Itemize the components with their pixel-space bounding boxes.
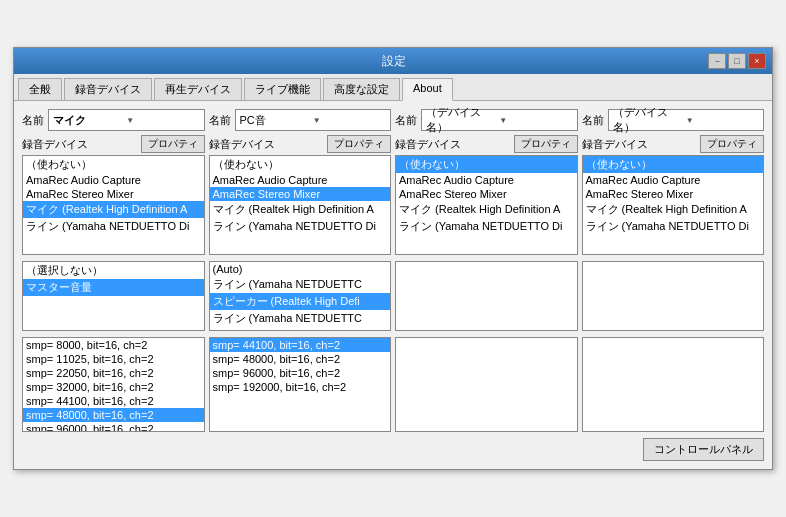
- col3-header: 録音デバイス プロパティ: [395, 135, 578, 153]
- bottom-row: コントロールパネル: [22, 438, 764, 461]
- col1-name-row: 名前 マイク ▼: [22, 109, 205, 131]
- list-item[interactable]: smp= 11025, bit=16, ch=2: [23, 352, 204, 366]
- col4-prop-button[interactable]: プロパティ: [700, 135, 764, 153]
- col3-sample-list[interactable]: [395, 337, 578, 432]
- column-1: 名前 マイク ▼ 録音デバイス プロパティ （使わない） AmaRec Audi…: [22, 109, 205, 432]
- list-item[interactable]: ライン (Yamaha NETDUETTO Di: [396, 218, 577, 235]
- close-button[interactable]: ×: [748, 53, 766, 69]
- list-item[interactable]: AmaRec Stereo Mixer: [396, 187, 577, 201]
- col3-prop-button[interactable]: プロパティ: [514, 135, 578, 153]
- col2-prop-button[interactable]: プロパティ: [327, 135, 391, 153]
- column-4: 名前 （デバイス名） ▼ 録音デバイス プロパティ （使わない） AmaRec …: [582, 109, 765, 432]
- col3-device-list[interactable]: （使わない） AmaRec Audio Capture AmaRec Stere…: [395, 155, 578, 255]
- list-item[interactable]: smp= 22050, bit=16, ch=2: [23, 366, 204, 380]
- col3-name-arrow: ▼: [499, 116, 572, 125]
- list-item[interactable]: smp= 44100, bit=16, ch=2: [210, 338, 391, 352]
- list-item[interactable]: (Auto): [210, 262, 391, 276]
- column-3: 名前 （デバイス名） ▼ 録音デバイス プロパティ （使わない） AmaRec …: [395, 109, 578, 432]
- list-item[interactable]: AmaRec Stereo Mixer: [583, 187, 764, 201]
- list-item[interactable]: （使わない）: [210, 156, 391, 173]
- list-item[interactable]: マイク (Realtek High Definition A: [583, 201, 764, 218]
- main-content: 名前 マイク ▼ 録音デバイス プロパティ （使わない） AmaRec Audi…: [14, 101, 772, 469]
- col3-name-dropdown[interactable]: （デバイス名） ▼: [421, 109, 578, 131]
- list-item[interactable]: （使わない）: [23, 156, 204, 173]
- col2-sample-list[interactable]: smp= 44100, bit=16, ch=2 smp= 48000, bit…: [209, 337, 392, 432]
- list-item[interactable]: スピーカー (Realtek High Defi: [210, 293, 391, 310]
- col3-output-list[interactable]: [395, 261, 578, 331]
- list-item[interactable]: AmaRec Audio Capture: [23, 173, 204, 187]
- col2-name-label: 名前: [209, 113, 231, 128]
- col1-prop-button[interactable]: プロパティ: [141, 135, 205, 153]
- list-item[interactable]: マイク (Realtek High Definition A: [396, 201, 577, 218]
- list-item[interactable]: smp= 8000, bit=16, ch=2: [23, 338, 204, 352]
- col3-name-label: 名前: [395, 113, 417, 128]
- col2-device-list[interactable]: （使わない） AmaRec Audio Capture AmaRec Stere…: [209, 155, 392, 255]
- list-item[interactable]: AmaRec Audio Capture: [210, 173, 391, 187]
- maximize-button[interactable]: □: [728, 53, 746, 69]
- tab-record-device[interactable]: 録音デバイス: [64, 78, 152, 100]
- col4-sample-list[interactable]: [582, 337, 765, 432]
- list-item[interactable]: マイク (Realtek High Definition A: [210, 201, 391, 218]
- col1-name-dropdown[interactable]: マイク ▼: [48, 109, 205, 131]
- col2-name-dropdown[interactable]: PC音 ▼: [235, 109, 392, 131]
- col4-name-arrow: ▼: [686, 116, 759, 125]
- col1-device-list[interactable]: （使わない） AmaRec Audio Capture AmaRec Stere…: [22, 155, 205, 255]
- list-item[interactable]: マイク (Realtek High Definition A: [23, 201, 204, 218]
- list-item[interactable]: （選択しない）: [23, 262, 204, 279]
- list-item[interactable]: ライン (Yamaha NETDUETTO Di: [210, 218, 391, 235]
- list-item[interactable]: （使わない）: [396, 156, 577, 173]
- settings-window: 設定 － □ × 全般 録音デバイス 再生デバイス ライブ機能 高度な設定 Ab…: [13, 47, 773, 470]
- col1-output-list[interactable]: （選択しない） マスター音量: [22, 261, 205, 331]
- titlebar-buttons: － □ ×: [708, 53, 766, 69]
- col2-name-row: 名前 PC音 ▼: [209, 109, 392, 131]
- col4-header: 録音デバイス プロパティ: [582, 135, 765, 153]
- col3-name-row: 名前 （デバイス名） ▼: [395, 109, 578, 131]
- titlebar: 設定 － □ ×: [14, 48, 772, 74]
- col3-name-value: （デバイス名）: [426, 105, 499, 135]
- list-item[interactable]: AmaRec Stereo Mixer: [210, 187, 391, 201]
- col1-sample-list[interactable]: smp= 8000, bit=16, ch=2 smp= 11025, bit=…: [22, 337, 205, 432]
- list-item[interactable]: ライン (Yamaha NETDUETTO Di: [23, 218, 204, 235]
- minimize-button[interactable]: －: [708, 53, 726, 69]
- col1-rec-label: 録音デバイス: [22, 137, 88, 152]
- column-2: 名前 PC音 ▼ 録音デバイス プロパティ （使わない） AmaRec Audi…: [209, 109, 392, 432]
- col3-rec-label: 録音デバイス: [395, 137, 461, 152]
- col2-name-arrow: ▼: [313, 116, 386, 125]
- tab-advanced[interactable]: 高度な設定: [323, 78, 400, 100]
- tab-bar: 全般 録音デバイス 再生デバイス ライブ機能 高度な設定 About: [14, 74, 772, 101]
- list-item[interactable]: マスター音量: [23, 279, 204, 296]
- tab-general[interactable]: 全般: [18, 78, 62, 100]
- list-item[interactable]: smp= 48000, bit=16, ch=2: [210, 352, 391, 366]
- col4-name-row: 名前 （デバイス名） ▼: [582, 109, 765, 131]
- col2-rec-label: 録音デバイス: [209, 137, 275, 152]
- list-item[interactable]: smp= 96000, bit=16, ch=2: [210, 366, 391, 380]
- tab-live[interactable]: ライブ機能: [244, 78, 321, 100]
- col4-name-dropdown[interactable]: （デバイス名） ▼: [608, 109, 765, 131]
- col2-header: 録音デバイス プロパティ: [209, 135, 392, 153]
- list-item[interactable]: ライン (Yamaha NETDUETTC: [210, 276, 391, 293]
- control-panel-button[interactable]: コントロールパネル: [643, 438, 764, 461]
- list-item[interactable]: smp= 192000, bit=16, ch=2: [210, 380, 391, 394]
- col4-name-label: 名前: [582, 113, 604, 128]
- tab-play-device[interactable]: 再生デバイス: [154, 78, 242, 100]
- col2-name-value: PC音: [240, 113, 313, 128]
- list-item[interactable]: smp= 96000, bit=16, ch=2: [23, 422, 204, 432]
- col1-name-value: マイク: [53, 113, 126, 128]
- col4-device-list[interactable]: （使わない） AmaRec Audio Capture AmaRec Stere…: [582, 155, 765, 255]
- list-item[interactable]: ライン (Yamaha NETDUETTO Di: [583, 218, 764, 235]
- col1-header: 録音デバイス プロパティ: [22, 135, 205, 153]
- col4-rec-label: 録音デバイス: [582, 137, 648, 152]
- list-item[interactable]: ライン (Yamaha NETDUETTC: [210, 310, 391, 327]
- list-item[interactable]: smp= 32000, bit=16, ch=2: [23, 380, 204, 394]
- list-item[interactable]: smp= 44100, bit=16, ch=2: [23, 394, 204, 408]
- list-item[interactable]: AmaRec Audio Capture: [396, 173, 577, 187]
- col2-output-list[interactable]: (Auto) ライン (Yamaha NETDUETTC スピーカー (Real…: [209, 261, 392, 331]
- window-title: 設定: [80, 53, 708, 70]
- list-item[interactable]: smp= 48000, bit=16, ch=2: [23, 408, 204, 422]
- tab-about[interactable]: About: [402, 78, 453, 101]
- list-item[interactable]: （使わない）: [583, 156, 764, 173]
- col4-output-list[interactable]: [582, 261, 765, 331]
- list-item[interactable]: AmaRec Audio Capture: [583, 173, 764, 187]
- col1-name-arrow: ▼: [126, 116, 199, 125]
- list-item[interactable]: AmaRec Stereo Mixer: [23, 187, 204, 201]
